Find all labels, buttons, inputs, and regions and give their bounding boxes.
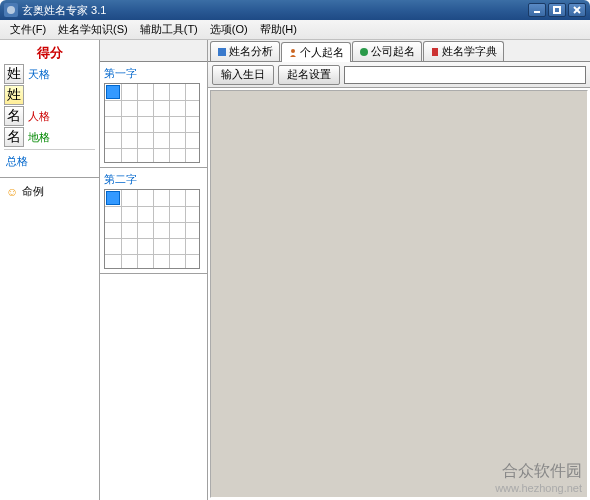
tab-company-label: 公司起名 <box>371 44 415 59</box>
mid-panel: 第一字 第二字 <box>100 40 208 500</box>
tab-personal[interactable]: 个人起名 <box>281 42 351 62</box>
second-char-selected-cell <box>106 191 120 205</box>
given-char-2[interactable]: 名 <box>4 127 24 147</box>
svg-rect-2 <box>554 7 560 13</box>
menu-tools[interactable]: 辅助工具(T) <box>134 20 204 39</box>
tree-item-mingli[interactable]: ☺ 命例 <box>4 182 95 201</box>
tab-dictionary[interactable]: 姓名学字典 <box>423 41 504 61</box>
content-area: 得分 姓 天格 姓 名 人格 名 地格 总格 ☺ 命例 <box>0 40 590 500</box>
window-title: 玄奥姓名专家 3.1 <box>22 3 528 18</box>
close-button[interactable] <box>568 3 586 17</box>
dige-label: 地格 <box>28 130 50 145</box>
app-icon <box>4 3 18 17</box>
tab-dictionary-label: 姓名学字典 <box>442 44 497 59</box>
tree-item-label: 命例 <box>22 184 44 199</box>
window-controls <box>528 3 586 17</box>
search-input[interactable] <box>344 66 586 84</box>
score-header: 得分 <box>4 44 95 62</box>
given-char-1[interactable]: 名 <box>4 106 24 126</box>
svg-rect-5 <box>218 48 226 56</box>
input-birthday-button[interactable]: 输入生日 <box>212 65 274 85</box>
renge-label: 人格 <box>28 109 50 124</box>
tiange-label: 天格 <box>28 67 50 82</box>
naming-settings-button[interactable]: 起名设置 <box>278 65 340 85</box>
main-body <box>210 90 588 498</box>
svg-point-0 <box>7 6 15 14</box>
left-panel: 得分 姓 天格 姓 名 人格 名 地格 总格 ☺ 命例 <box>0 40 100 500</box>
svg-point-6 <box>291 49 295 53</box>
tab-personal-label: 个人起名 <box>300 45 344 60</box>
book-icon <box>430 47 440 57</box>
window-titlebar: 玄奥姓名专家 3.1 <box>0 0 590 20</box>
first-char-grid[interactable] <box>104 83 200 163</box>
menu-knowledge[interactable]: 姓名学知识(S) <box>52 20 134 39</box>
smiley-icon: ☺ <box>6 185 18 199</box>
main-tabs: 姓名分析 个人起名 公司起名 姓名学字典 <box>208 40 590 62</box>
surname-char-2[interactable]: 姓 <box>4 85 24 105</box>
globe-icon <box>359 47 369 57</box>
mid-filler <box>100 274 207 500</box>
analysis-icon <box>217 47 227 57</box>
svg-rect-8 <box>432 48 438 56</box>
tree-section: ☺ 命例 <box>0 177 99 500</box>
main-toolbar: 输入生日 起名设置 <box>208 62 590 88</box>
menu-options[interactable]: 选项(O) <box>204 20 254 39</box>
minimize-button[interactable] <box>528 3 546 17</box>
mid-tabs-strip <box>100 40 207 62</box>
tab-company[interactable]: 公司起名 <box>352 41 422 61</box>
menu-help[interactable]: 帮助(H) <box>254 20 303 39</box>
svg-point-7 <box>360 48 368 56</box>
score-row-0: 姓 天格 <box>4 64 95 84</box>
score-row-2: 名 人格 <box>4 106 95 126</box>
tab-analysis[interactable]: 姓名分析 <box>210 41 280 61</box>
second-char-label: 第二字 <box>104 172 203 187</box>
menubar: 文件(F) 姓名学知识(S) 辅助工具(T) 选项(O) 帮助(H) <box>0 20 590 40</box>
menu-file[interactable]: 文件(F) <box>4 20 52 39</box>
first-char-label: 第一字 <box>104 66 203 81</box>
zongge-label: 总格 <box>4 149 95 173</box>
person-icon <box>288 48 298 58</box>
maximize-button[interactable] <box>548 3 566 17</box>
first-char-box: 第一字 <box>100 62 207 168</box>
main-panel: 姓名分析 个人起名 公司起名 姓名学字典 输入生日 起名设置 <box>208 40 590 500</box>
second-char-grid[interactable] <box>104 189 200 269</box>
second-char-box: 第二字 <box>100 168 207 274</box>
tab-analysis-label: 姓名分析 <box>229 44 273 59</box>
first-char-selected-cell <box>106 85 120 99</box>
score-row-1: 姓 <box>4 85 95 105</box>
surname-char-1[interactable]: 姓 <box>4 64 24 84</box>
score-section: 得分 姓 天格 姓 名 人格 名 地格 总格 <box>0 40 99 177</box>
score-row-3: 名 地格 <box>4 127 95 147</box>
